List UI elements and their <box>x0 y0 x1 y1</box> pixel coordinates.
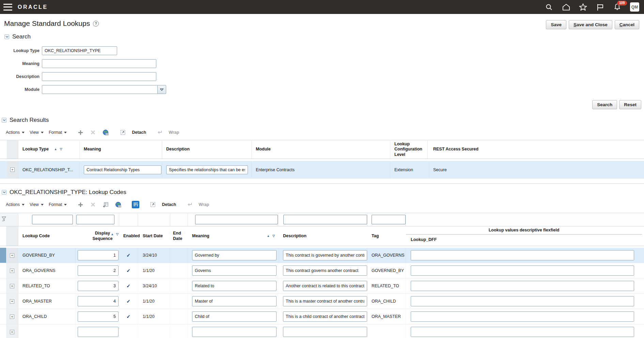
format-menu[interactable]: Format <box>49 202 67 207</box>
collapse-section-icon[interactable] <box>2 190 6 195</box>
column-header-end-date[interactable]: End Date <box>170 231 188 241</box>
sort-ascending-icon[interactable]: ▲ <box>111 232 114 236</box>
description-input[interactable] <box>283 281 367 291</box>
table-row[interactable]: + RELATED_TO ✓ 3/24/10 RELATED_TO <box>0 278 644 294</box>
export-icon[interactable] <box>114 201 122 208</box>
display-sequence-input[interactable] <box>78 327 119 337</box>
lookup-dff-input[interactable] <box>411 327 634 337</box>
table-row[interactable]: + OKC_RELATIONSHIP_T... Enterprise Contr… <box>0 161 644 179</box>
column-header-config-level[interactable]: Lookup Configuration Level <box>390 140 428 159</box>
column-header-meaning[interactable]: Meaning <box>80 140 162 159</box>
table-row[interactable]: + ORA_MASTER ✓ 1/1/20 ORA_CHILD <box>0 294 644 309</box>
expand-row-icon[interactable]: + <box>10 253 14 258</box>
wrap-icon[interactable] <box>186 201 193 208</box>
column-header-description[interactable]: Description <box>278 234 367 239</box>
save-and-close-button[interactable]: Save and Close <box>569 20 612 29</box>
view-menu[interactable]: View <box>30 130 44 135</box>
column-header-rest-access[interactable]: REST Access Secured <box>429 140 644 159</box>
filter-lookup-code-input[interactable] <box>32 215 73 224</box>
detach-button[interactable]: Detach <box>162 202 176 207</box>
add-row-icon[interactable] <box>77 201 84 208</box>
display-sequence-input[interactable] <box>78 311 119 322</box>
sort-descending-icon[interactable]: ▽ <box>116 232 119 236</box>
delete-row-icon[interactable] <box>89 129 97 136</box>
table-row[interactable]: + ORA_GOVERNS ✓ 1/1/20 GOVERNED_BY <box>0 263 644 278</box>
sort-ascending-icon[interactable]: ▲ <box>267 234 270 238</box>
detach-icon[interactable] <box>149 201 157 208</box>
expand-row-icon[interactable]: + <box>10 269 14 273</box>
delete-row-icon[interactable] <box>89 201 97 208</box>
description-input[interactable] <box>283 265 367 276</box>
collapse-section-icon[interactable] <box>4 34 9 39</box>
meaning-input[interactable] <box>192 281 277 291</box>
wrap-button[interactable]: Wrap <box>169 130 179 135</box>
lookup-dff-input[interactable] <box>411 265 634 276</box>
column-header-display-sequence[interactable]: Display Sequence ▲▽ <box>76 231 119 241</box>
sort-ascending-icon[interactable]: ▲ <box>54 147 57 151</box>
table-row[interactable]: + ORA_CHILD ✓ 1/1/20 ORA_MASTER <box>0 309 644 324</box>
description-input[interactable] <box>283 311 367 322</box>
column-header-description[interactable]: Description <box>162 140 252 159</box>
filter-meaning-input[interactable] <box>195 215 278 224</box>
column-header-lookup-type[interactable]: Lookup Type ▲▽ <box>18 140 80 159</box>
display-sequence-input[interactable] <box>78 265 119 276</box>
add-row-icon[interactable] <box>77 129 84 136</box>
column-header-tag[interactable]: Tag <box>367 234 406 239</box>
column-header-meaning[interactable]: Meaning ▲▽ <box>188 234 278 239</box>
meaning-cell-input[interactable] <box>84 165 161 174</box>
table-row-partial[interactable]: + <box>0 324 644 338</box>
help-icon[interactable]: ? <box>93 21 99 27</box>
favorites-star-icon[interactable] <box>579 3 587 11</box>
format-menu[interactable]: Format <box>49 130 67 135</box>
description-cell-input[interactable] <box>166 165 248 174</box>
detach-button[interactable]: Detach <box>132 130 146 135</box>
meaning-input[interactable] <box>192 311 277 322</box>
query-by-example-icon[interactable] <box>132 201 139 208</box>
display-sequence-input[interactable] <box>78 250 119 260</box>
announcements-flag-icon[interactable] <box>596 3 604 11</box>
description-input[interactable] <box>42 72 156 81</box>
reset-button[interactable]: Reset <box>619 100 641 109</box>
table-row[interactable]: + GOVERNED_BY ✓ 3/24/10 ORA_GOVERNS <box>0 248 644 263</box>
filter-description-input[interactable] <box>283 215 367 224</box>
collapse-section-icon[interactable] <box>2 118 6 123</box>
actions-menu[interactable]: Actions <box>6 130 25 135</box>
save-button[interactable]: Save <box>546 20 566 29</box>
column-header-lookup-code[interactable]: Lookup Code <box>18 234 76 239</box>
hamburger-menu-icon[interactable] <box>3 4 12 11</box>
description-input[interactable] <box>283 250 367 260</box>
sort-descending-icon[interactable]: ▽ <box>60 147 62 151</box>
column-header-start-date[interactable]: Start Date <box>138 234 170 239</box>
lookup-dff-input[interactable] <box>411 296 634 306</box>
wrap-icon[interactable] <box>156 129 163 136</box>
meaning-input[interactable] <box>192 327 277 337</box>
display-sequence-input[interactable] <box>78 281 119 291</box>
module-input[interactable] <box>42 85 158 94</box>
actions-menu[interactable]: Actions <box>6 202 25 207</box>
table-edit-icon[interactable] <box>102 201 109 208</box>
filter-display-sequence-input[interactable] <box>76 215 114 224</box>
expand-row-icon[interactable]: + <box>10 284 14 288</box>
module-dropdown-button[interactable] <box>158 85 166 94</box>
description-input[interactable] <box>283 296 367 306</box>
view-menu[interactable]: View <box>30 202 44 207</box>
meaning-input[interactable] <box>192 296 277 306</box>
description-input[interactable] <box>283 327 367 337</box>
expand-row-icon[interactable]: + <box>10 330 14 334</box>
user-avatar[interactable]: QM <box>630 2 639 12</box>
meaning-input[interactable] <box>42 59 156 68</box>
display-sequence-input[interactable] <box>78 296 119 306</box>
meaning-input[interactable] <box>192 250 277 260</box>
search-button[interactable]: Search <box>592 100 617 109</box>
filter-tag-input[interactable] <box>372 215 406 224</box>
lookup-dff-input[interactable] <box>411 281 634 291</box>
expand-row-icon[interactable]: + <box>10 315 14 319</box>
search-icon[interactable] <box>545 3 553 11</box>
home-icon[interactable] <box>562 3 570 11</box>
lookup-dff-input[interactable] <box>411 250 634 260</box>
expand-row-icon[interactable]: + <box>10 167 15 172</box>
cancel-button[interactable]: Cancel <box>615 20 639 29</box>
sort-descending-icon[interactable]: ▽ <box>272 234 275 238</box>
column-header-lookup-dff[interactable]: Lookup_DFF <box>411 237 644 242</box>
notifications-bell-icon[interactable]: 109 <box>613 3 621 11</box>
